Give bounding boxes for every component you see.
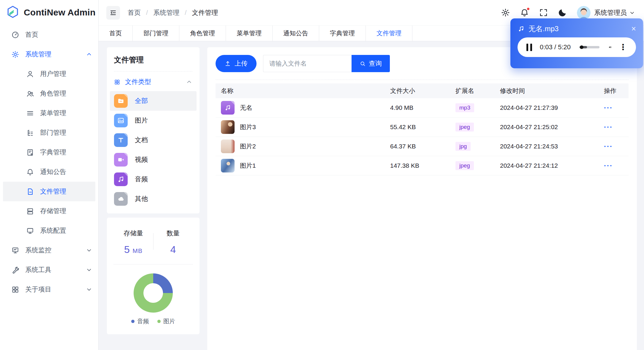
- tab-department[interactable]: 部门管理: [133, 26, 179, 41]
- file-modified: 2024-04-27 21:24:12: [495, 162, 599, 169]
- tab-file-management[interactable]: 文件管理: [366, 26, 412, 41]
- player-header: 无名.mp3 ×: [510, 18, 643, 34]
- sidebar-item-system-management[interactable]: 系统管理: [0, 45, 98, 64]
- announcement-bell-icon: [26, 168, 34, 176]
- file-size: 147.38 KB: [385, 162, 450, 169]
- tab-menu[interactable]: 菜单管理: [226, 26, 273, 41]
- sidebar-item-system-tools[interactable]: 系统工具: [0, 260, 98, 280]
- file-name: 无名: [240, 104, 252, 112]
- row-actions-button[interactable]: ···: [604, 104, 613, 112]
- sidebar-collapse-button[interactable]: [106, 6, 120, 20]
- file-type-label: 文档: [135, 136, 148, 145]
- tab-home[interactable]: 首页: [99, 26, 133, 41]
- app-title: ContiNew Admin: [24, 7, 96, 18]
- tab-role[interactable]: 角色管理: [179, 26, 226, 41]
- player-progress-bar[interactable]: [580, 46, 599, 48]
- sidebar-item-about-project[interactable]: 关于项目: [0, 280, 98, 299]
- col-size: 文件大小: [385, 87, 450, 95]
- breadcrumb-separator: /: [146, 9, 148, 17]
- divider: [216, 80, 629, 80]
- more-options-icon[interactable]: ⋮: [619, 43, 627, 51]
- file-name: 图片1: [240, 161, 256, 170]
- row-actions-button[interactable]: ···: [604, 123, 613, 131]
- folder-icon: [114, 94, 128, 108]
- file-table: 名称 文件大小 扩展名 修改时间 操作 无名 4.90 MB mp3 2024-…: [216, 83, 629, 175]
- file-type-group-toggle[interactable]: 文件类型: [114, 73, 192, 91]
- file-type-group-label: 文件类型: [125, 77, 151, 86]
- settings-gear-icon: [11, 50, 19, 58]
- query-button[interactable]: 查询: [352, 55, 390, 72]
- row-actions-button[interactable]: ···: [604, 142, 613, 150]
- ext-badge: mp3: [455, 103, 474, 112]
- close-icon[interactable]: ×: [631, 25, 636, 33]
- upload-button[interactable]: 上传: [216, 55, 257, 72]
- settings-button[interactable]: [501, 8, 510, 17]
- player-title: 无名.mp3: [529, 24, 558, 34]
- chart-legend: 音频 图片: [131, 317, 175, 325]
- file-type-image[interactable]: 图片: [110, 111, 197, 130]
- breadcrumb-item-home[interactable]: 首页: [128, 8, 141, 17]
- stat-storage-label: 存储量: [113, 229, 153, 238]
- chevron-up-icon: [186, 79, 192, 85]
- file-type-video[interactable]: 视频: [110, 150, 197, 170]
- sidebar-item-dictionary-management[interactable]: 字典管理: [0, 142, 98, 162]
- chevron-down-icon: [629, 10, 635, 16]
- search-icon: [360, 61, 366, 67]
- legend-dot: [157, 320, 161, 323]
- sidebar-item-system-monitor[interactable]: 系统监控: [0, 240, 98, 260]
- row-actions-button[interactable]: ···: [604, 161, 613, 170]
- file-type-audio[interactable]: 音频: [110, 170, 197, 189]
- about-grid-icon: [11, 286, 19, 294]
- pause-button[interactable]: [526, 44, 532, 51]
- ext-badge: jpeg: [455, 161, 474, 170]
- tab-dictionary[interactable]: 字典管理: [319, 26, 366, 41]
- notifications-button[interactable]: [520, 8, 529, 17]
- player-time: 0:03 / 5:20: [540, 43, 571, 51]
- sidebar-item-file-management[interactable]: 文件管理: [3, 182, 95, 201]
- settings-icon: [501, 8, 510, 17]
- fullscreen-button[interactable]: [539, 8, 548, 17]
- file-name: 图片2: [240, 142, 256, 151]
- sidebar-item-department-management[interactable]: 部门管理: [0, 123, 98, 142]
- breadcrumb-item-current: 文件管理: [192, 8, 218, 17]
- sidebar-item-storage-management[interactable]: 存储管理: [0, 201, 98, 221]
- table-row[interactable]: 图片2 64.37 KB jpg 2024-04-27 21:24:53 ···: [216, 137, 629, 156]
- volume-icon[interactable]: [608, 43, 612, 51]
- file-type-all[interactable]: 全部: [110, 91, 197, 111]
- brand-logo-icon: [6, 5, 20, 20]
- chevron-down-icon: [86, 286, 92, 293]
- dark-mode-button[interactable]: [558, 8, 567, 17]
- tab-announcement[interactable]: 通知公告: [273, 26, 319, 41]
- search-input[interactable]: [263, 55, 352, 72]
- stat-count: 数量 4: [153, 229, 193, 255]
- table-row[interactable]: 无名 4.90 MB mp3 2024-04-27 21:27:39 ···: [216, 98, 629, 118]
- col-actions: 操作: [599, 87, 629, 95]
- stats-row: 存储量 5 MB 数量 4: [113, 227, 193, 264]
- file-type-label: 其他: [135, 194, 148, 203]
- col-ext: 扩展名: [450, 87, 495, 95]
- audio-icon: [114, 172, 128, 186]
- fullscreen-icon: [539, 8, 548, 17]
- dark-mode-moon-icon: [558, 8, 567, 17]
- page-title: 文件管理: [114, 55, 192, 65]
- sidebar-item-system-config[interactable]: 系统配置: [0, 221, 98, 240]
- sidebar-item-user-management[interactable]: 用户管理: [0, 64, 98, 84]
- dashboard-icon: [11, 31, 19, 39]
- file-type-other[interactable]: 其他: [110, 189, 197, 209]
- file-thumbnail: [221, 159, 235, 172]
- user-menu[interactable]: 系统管理员: [577, 6, 635, 20]
- sidebar-item-menu-management[interactable]: 菜单管理: [0, 103, 98, 123]
- legend-dot: [131, 320, 135, 323]
- table-row[interactable]: 图片1 147.38 KB jpeg 2024-04-27 21:24:12 ·…: [216, 156, 629, 175]
- sidebar-item-home[interactable]: 首页: [0, 25, 98, 45]
- player-progress-knob[interactable]: [580, 45, 583, 49]
- monitor-icon: [11, 246, 19, 254]
- breadcrumb-item-system[interactable]: 系统管理: [153, 8, 179, 17]
- sidebar-item-role-management[interactable]: 角色管理: [0, 84, 98, 103]
- table-row[interactable]: 图片3 55.42 KB jpeg 2024-04-27 21:25:02 ··…: [216, 118, 629, 137]
- file-type-document[interactable]: 文档: [110, 130, 197, 150]
- sidebar-item-announcement[interactable]: 通知公告: [0, 162, 98, 182]
- storage-donut: [134, 273, 173, 313]
- file-type-label: 视频: [135, 155, 148, 164]
- legend-item-image: 图片: [157, 317, 175, 325]
